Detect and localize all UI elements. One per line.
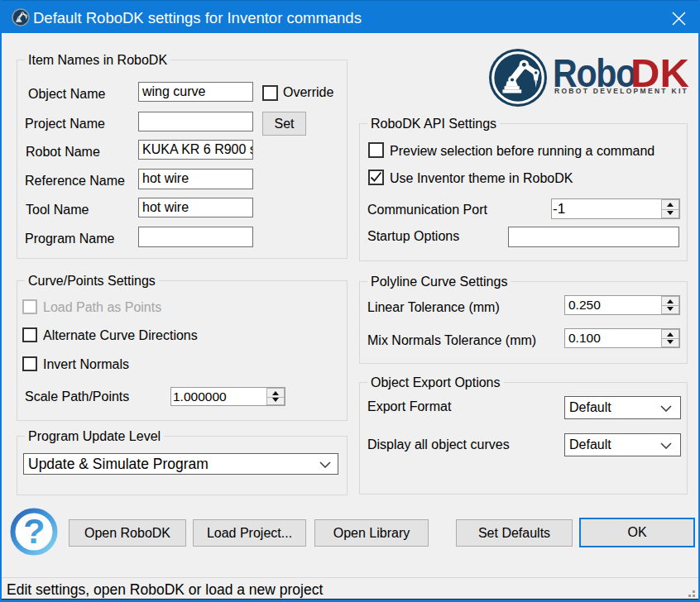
svg-text:?: ? — [23, 511, 45, 551]
